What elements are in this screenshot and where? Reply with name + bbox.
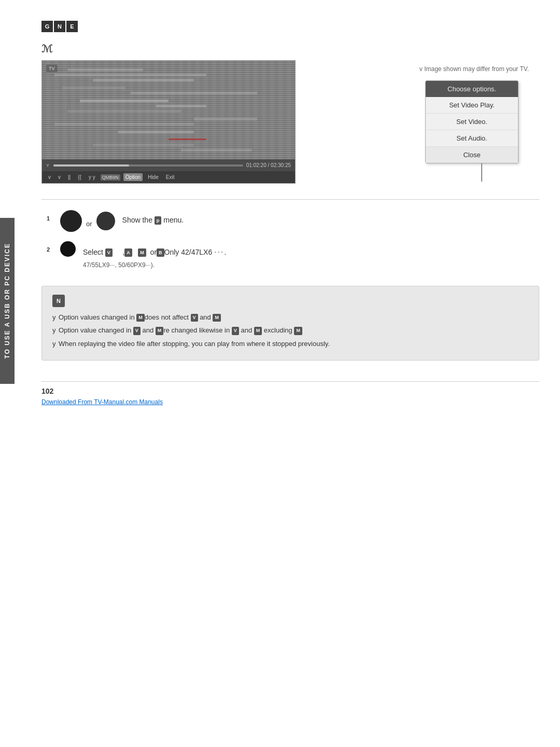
note-bullet-3: When replaying the video file after stop…	[52, 339, 528, 349]
option-icon-2d: B	[157, 248, 164, 257]
ctrl-option[interactable]: Option	[123, 173, 143, 181]
ctrl-v2[interactable]: v	[56, 173, 63, 181]
note-icon-row: N	[52, 295, 528, 307]
note-bullet-2: Option value changed in V and Mre change…	[52, 325, 528, 336]
tv-row-label: Y	[46, 163, 49, 168]
logo-char-3: E	[66, 21, 78, 32]
ctrl-yy[interactable]: y y	[87, 173, 97, 181]
ctrl-pause[interactable]: ||	[66, 173, 73, 181]
right-info: v Image shown may differ from your TV. C…	[311, 60, 539, 182]
steps-section: 1 or Show the p menu. 2 Select V ,A M or…	[41, 210, 539, 270]
note-box: N Option values changed in Mdoes not aff…	[41, 286, 539, 361]
menu-item-set-video[interactable]: Set Video.	[426, 114, 518, 130]
footer-link[interactable]: Downloaded From TV-Manual.com Manuals	[41, 398, 163, 406]
progress-bar-area: 01:02:20 / 02:30:25	[53, 162, 291, 168]
ctrl-hide[interactable]: Hide	[146, 173, 161, 181]
nb-icon-v2: V	[133, 327, 141, 335]
step-2-number: 2	[47, 246, 53, 253]
progress-fill	[53, 164, 129, 167]
note-icon: N	[52, 295, 65, 307]
step-1-row: 1 or Show the p menu.	[47, 210, 539, 232]
circle-button-2[interactable]	[60, 241, 76, 257]
ctrl-rewind[interactable]: {{	[76, 173, 83, 181]
option-icon-1: p	[155, 216, 162, 225]
image-note: v Image shown may differ from your TV.	[311, 65, 539, 73]
logo-char-1: G	[41, 21, 53, 32]
logo-area: G N E	[41, 21, 539, 32]
step-1-circles: or	[60, 210, 115, 232]
footer: 102 Downloaded From TV-Manual.com Manual…	[41, 381, 539, 406]
section-divider	[41, 199, 539, 200]
context-menu-header: Choose options.	[426, 81, 518, 97]
progress-track	[53, 164, 243, 167]
tv-channel-badge: TV	[46, 65, 58, 72]
step-1-text: Show the p menu.	[122, 210, 539, 226]
ctrl-v1[interactable]: v	[46, 173, 53, 181]
nb-icon-m5: M	[294, 327, 302, 335]
option-icon-2a: V	[105, 248, 113, 257]
tv-screenshot: TV Y 01:02:20 / 02:30:25 v v || {{ y y Q…	[41, 60, 296, 184]
option-icon-2c: M	[138, 248, 146, 257]
nb-icon-m2: M	[213, 314, 221, 322]
step-2-text: Select V ,A M orBOnly 42/47LX6 ···. 47/5…	[83, 241, 539, 270]
or-label: or	[86, 215, 92, 228]
ctrl-exit[interactable]: Exit	[164, 173, 177, 181]
nb-icon-m1: M	[136, 314, 145, 322]
logo-box: G N E	[41, 21, 78, 32]
tv-controls: Y 01:02:20 / 02:30:25	[42, 159, 295, 171]
side-tab: TO USE A USB OR PC DEVICE	[0, 218, 15, 384]
time-display: 01:02:20 / 02:30:25	[246, 162, 291, 168]
top-section: TV Y 01:02:20 / 02:30:25 v v || {{ y y Q…	[41, 60, 539, 184]
page-number: 102	[41, 387, 539, 395]
step-2-circles	[60, 241, 76, 257]
circle-button-1b[interactable]	[96, 212, 115, 230]
step-1-number: 1	[47, 215, 53, 222]
dots-indicator: ···	[214, 247, 224, 256]
step-2-row: 2 Select V ,A M orBOnly 42/47LX6 ···. 47…	[47, 241, 539, 270]
section-icon: ℳ	[41, 43, 539, 55]
note-bullet-1: Option values changed in Mdoes not affec…	[52, 312, 528, 323]
context-menu: Choose options. Set Video Play. Set Vide…	[425, 80, 519, 163]
step-2-sub-text: 47/55LX9···, 50/60PX9···).	[83, 261, 155, 269]
menu-item-set-video-play[interactable]: Set Video Play.	[426, 97, 518, 114]
nb-icon-v1: V	[191, 314, 198, 322]
tv-button-row: v v || {{ y y QMB9N Option Hide Exit	[42, 171, 295, 183]
nb-icon-v3: V	[232, 327, 239, 335]
menu-item-close[interactable]: Close	[426, 147, 518, 163]
option-icon-2b: A	[124, 248, 132, 257]
nb-icon-m4: M	[254, 327, 262, 335]
nb-icon-m3: M	[156, 327, 164, 335]
menu-item-set-audio[interactable]: Set Audio.	[426, 130, 518, 147]
side-tab-text: TO USE A USB OR PC DEVICE	[4, 243, 11, 359]
channel-badge: QMB9N	[101, 174, 120, 181]
tv-screen: TV	[42, 61, 295, 159]
menu-connector	[481, 163, 482, 182]
circle-button-1a[interactable]	[60, 210, 82, 232]
logo-char-2: N	[54, 21, 65, 32]
